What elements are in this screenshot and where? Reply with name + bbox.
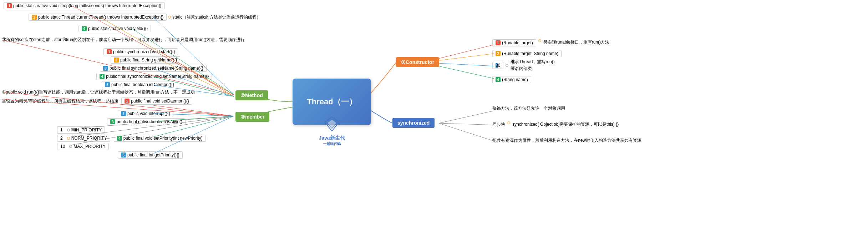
branch-synchronized: synchronized [392, 118, 435, 128]
leaf-setname-sync: 3 public final synchronized setName(Stri… [100, 65, 207, 72]
badge-4: 4 [82, 26, 87, 31]
logo-text: Java新生代 [319, 135, 345, 141]
right-sync-modifier: 修饰方法，该方法只允许一个对象调用 [492, 105, 565, 111]
leaf-isdaemon: 5 public final boolean isDaemon(){} [102, 81, 177, 88]
leaf-norm-priority: 2 NORM_PRIORITY 4 public final void setP… [57, 135, 206, 142]
leaf-current-thread: 2 public static Thread currentThread() t… [29, 14, 261, 21]
connector-lines [0, 0, 868, 235]
leaf-set-note: ③所有的set应在start之前，start和run的区别在于，前者启动一个线程… [2, 37, 245, 43]
leaf-yield: 4 public static native void yield(){} [78, 25, 151, 32]
leaf-daemon-note: 当设置为精灵/守护线程时，所有主线程结束，该线程一起结束 1 public fi… [2, 98, 192, 105]
badge-2: 2 [32, 15, 37, 20]
leaf-run-note: ⑥public void run(){}重写该技能，调用start后，让该线程处… [2, 89, 195, 95]
leaf-getname: 2 public final String getName(){} [111, 56, 180, 64]
logo-icon [323, 115, 341, 133]
leaf-isalive: 3 public final native boolean isAlive() [107, 118, 186, 125]
leaf-interrupt: 2 public void interrupt(){} [118, 110, 173, 117]
svg-line-26 [439, 123, 494, 141]
dot-min [67, 129, 70, 131]
right-string-name: 4 (String name) [492, 76, 531, 83]
badge-r4: 4 [100, 74, 105, 79]
badge-r5: 5 [105, 82, 110, 87]
leaf-max-priority: 10 MAX_PRIORITY [57, 143, 109, 150]
dot-max [69, 145, 72, 148]
dot [168, 16, 171, 19]
badge-ia3: 3 [110, 119, 115, 124]
badge-r3: 3 [103, 66, 108, 71]
leaf-start: 1 public synchronized void start(){} [103, 48, 178, 55]
dot-norm [67, 137, 70, 140]
badge-gp5: 5 [121, 152, 126, 158]
right-runable-target: 1 (Runable target) 类实现runable接口，重写run()方… [492, 39, 609, 46]
right-sync-block: 同步块 synchronized( Object obj需要保护的资源，可以是t… [492, 121, 619, 128]
badge-d1: 1 [125, 99, 130, 104]
svg-line-24 [439, 111, 494, 123]
logo-box: Java新生代 一起玩代码 [319, 115, 345, 146]
badge-r1: 1 [107, 49, 112, 54]
svg-line-25 [439, 123, 494, 125]
leaf-min-priority: 1 MIN_PRIORITY [57, 126, 105, 134]
leaf-setname-void: 4 public final synchronized void setName… [96, 73, 212, 80]
leaf-sleep: 1 public static native void sleep(long m… [4, 2, 165, 9]
badge-r2: 2 [114, 58, 119, 62]
branch-constructor: ①Constructor [396, 57, 439, 67]
branch-method: ②Method [235, 90, 268, 100]
right-inherit-thread: 3 0 继承Thread，重写run() 匿名内部类 [492, 59, 555, 72]
center-node: Thread（一） Java新生代 一起玩代码 [293, 79, 371, 125]
center-title: Thread（一） [307, 96, 356, 107]
branch-member: ③member [235, 112, 269, 122]
mind-map: Thread（一） Java新生代 一起玩代码 ②Method ③member … [0, 0, 868, 235]
right-runable-target-name: 2 (Runable target, String name) [492, 50, 562, 57]
badge-i2: 2 [121, 111, 126, 116]
badge-sp4: 4 [117, 136, 122, 141]
badge-1: 1 [7, 3, 12, 8]
right-sync-resource: 把共有资源作为属性，然后利用构造方法，在new时传入构造方法共享共有资源 [492, 138, 641, 144]
leaf-getpriority: 5 public final int getPriority(){} [118, 151, 183, 159]
logo-sub: 一起玩代码 [319, 141, 345, 146]
